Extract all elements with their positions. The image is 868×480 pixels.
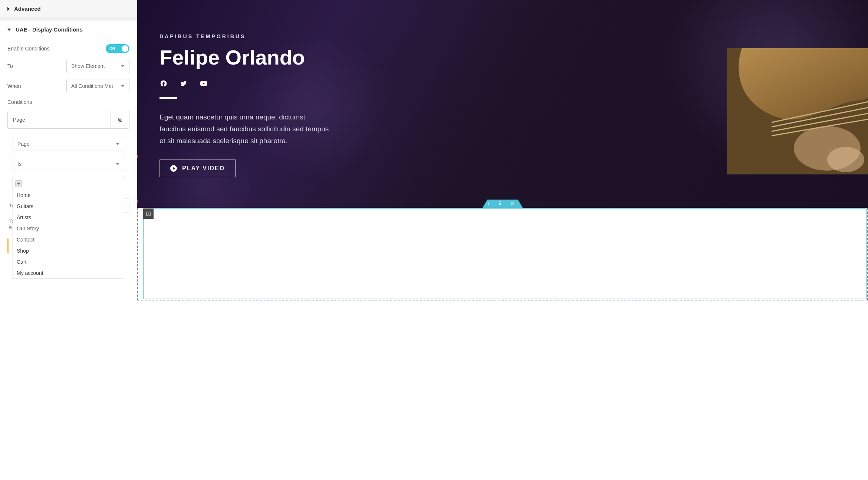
condition-value-input[interactable]: + HomeGuitarsArtistsOur StoryContactShop… (13, 177, 124, 190)
hero-divider (160, 97, 177, 99)
columns-icon (146, 211, 151, 216)
annotation-arrow-2 (137, 196, 138, 206)
page-option[interactable]: Shop (13, 245, 124, 256)
condition-type-value: Page (17, 141, 30, 147)
to-select[interactable]: Show Element (66, 59, 129, 73)
svg-rect-10 (149, 212, 150, 215)
condition-operator-select[interactable]: Is (13, 157, 124, 171)
page-option[interactable]: Cart (13, 256, 124, 267)
play-icon (170, 165, 177, 172)
condition-summary-name: Page (8, 111, 111, 128)
chevron-down-icon (116, 143, 119, 145)
copy-icon (118, 117, 123, 122)
when-select-value: All Conditions Met (71, 83, 113, 89)
enable-conditions-row: Enable Conditions ON (7, 44, 129, 53)
chevron-down-icon (121, 85, 125, 87)
svg-point-8 (827, 147, 864, 172)
section-conditions-header[interactable]: UAE - Display Conditions (0, 21, 137, 38)
section-toolbar: + ⠿ ✕ (483, 200, 523, 208)
play-video-label: PLAY VIDEO (182, 165, 225, 172)
section-advanced-label: Advanced (14, 6, 41, 12)
conditions-panel: Enable Conditions ON To Show Element Whe… (0, 38, 137, 253)
hero-eyebrow: DAPIBUS TEMPORIBUS (160, 33, 846, 39)
condition-type-select[interactable]: Page (13, 137, 124, 151)
editable-section[interactable]: + ⠿ ✕ (137, 208, 868, 300)
page-option[interactable]: My account (13, 267, 124, 279)
condition-summary-row[interactable]: Page (7, 111, 129, 129)
add-tag-button[interactable]: + (15, 180, 22, 187)
page-option[interactable]: Guitars (13, 201, 124, 212)
section-drag-handle[interactable]: ⠿ (498, 201, 502, 206)
hero-paragraph: Eget quam nascetur quis urna neque, dict… (160, 111, 330, 147)
caret-down-icon (7, 29, 11, 31)
page-option[interactable]: Artists (13, 212, 124, 223)
editor-sidebar: Advanced UAE - Display Conditions Enable… (0, 0, 137, 480)
duplicate-condition-button[interactable] (111, 111, 129, 128)
section-advanced-header[interactable]: Advanced (0, 0, 137, 17)
condition-operator-value: Is (17, 161, 22, 167)
section-inner-outline (143, 208, 867, 299)
when-row: When All Conditions Met (7, 79, 129, 93)
youtube-icon[interactable] (200, 79, 208, 88)
toggle-knob (122, 45, 128, 52)
page-option[interactable]: Our Story (13, 223, 124, 234)
caret-right-icon (7, 7, 10, 11)
timezone-label-partial: Ti (7, 203, 13, 208)
section-gap (0, 17, 137, 21)
section-delete-button[interactable]: ✕ (510, 201, 514, 206)
svg-rect-9 (147, 212, 148, 215)
column-handle[interactable] (143, 208, 154, 219)
enable-conditions-label: Enable Conditions (7, 46, 50, 52)
toggle-on-text: ON (109, 47, 115, 51)
chevron-down-icon (121, 65, 125, 67)
play-video-button[interactable]: PLAY VIDEO (160, 160, 236, 177)
page-dropdown-list: HomeGuitarsArtistsOur StoryContactShopCa… (13, 190, 124, 279)
hero-image-inset (727, 48, 868, 174)
to-label: To (7, 63, 13, 69)
chevron-down-icon (116, 163, 119, 165)
facebook-icon[interactable] (160, 79, 168, 88)
condition-editor: Page Is + HomeGuitarsArtistsOur StoryCon… (7, 137, 129, 190)
enable-conditions-toggle[interactable]: ON (106, 44, 129, 53)
hero-section: DAPIBUS TEMPORIBUS Felipe Orlando Eget q… (137, 0, 868, 208)
conditions-list-label: Conditions (7, 99, 129, 105)
when-label: When (7, 83, 21, 89)
section-conditions-label: UAE - Display Conditions (16, 26, 83, 33)
to-row: To Show Element (7, 59, 129, 73)
annotation-arrow-1 (137, 151, 138, 162)
section-add-button[interactable]: + (487, 201, 490, 206)
to-select-value: Show Element (71, 63, 105, 69)
page-option[interactable]: Home (13, 190, 124, 201)
twitter-icon[interactable] (180, 79, 188, 88)
page-option[interactable]: Contact (13, 234, 124, 245)
preview-canvas: DAPIBUS TEMPORIBUS Felipe Orlando Eget q… (137, 0, 868, 480)
when-select[interactable]: All Conditions Met (66, 79, 129, 93)
